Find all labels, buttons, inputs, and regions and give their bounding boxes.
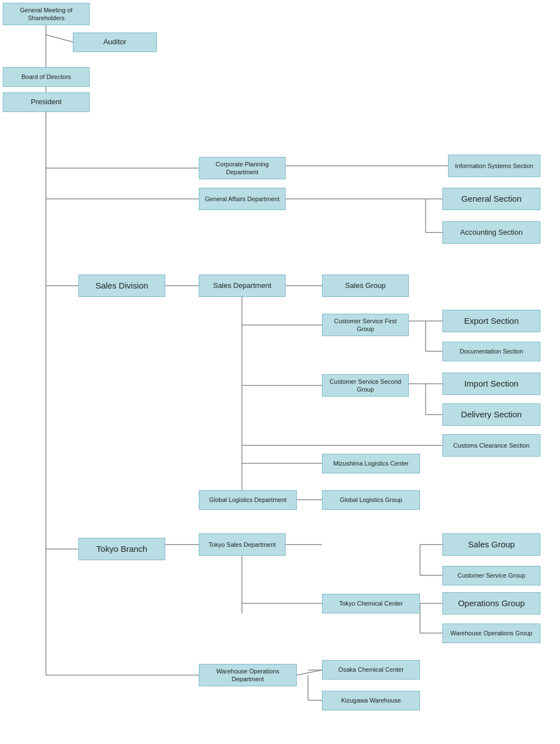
warehouse-ops-group-box: Warehouse Operations Group xyxy=(442,624,540,643)
svg-line-38 xyxy=(297,670,322,675)
president-box: President xyxy=(3,92,90,112)
global-logistics-group-box: Global Logistics Group xyxy=(322,490,420,510)
delivery-section-box: Delivery Section xyxy=(442,403,540,426)
cs-first-group-box: Customer Service First Group xyxy=(322,314,409,336)
documentation-section-box: Documentation Section xyxy=(442,342,540,361)
import-section-box: Import Section xyxy=(442,373,540,395)
warehouse-ops-dept-box: Warehouse Operations Department xyxy=(199,664,297,686)
tokyo-branch-box: Tokyo Branch xyxy=(78,538,165,560)
customs-clearance-box: Customs Clearance Section xyxy=(442,434,540,457)
org-chart: General Meeting of ShareholdersAuditorBo… xyxy=(0,0,560,744)
info-systems-box: Information Systems Section xyxy=(448,155,540,177)
auditor-box: Auditor xyxy=(73,32,157,52)
accounting-section-box: Accounting Section xyxy=(442,221,540,244)
global-logistics-dept-box: Global Logistics Department xyxy=(199,490,297,510)
general-section-box: General Section xyxy=(442,188,540,210)
operations-group-box: Operations Group xyxy=(442,592,540,615)
kizugawa-box: Kizugawa Warehouse xyxy=(322,691,420,710)
sales-department-box: Sales Department xyxy=(199,275,286,297)
cs-second-group-box: Customer Service Second Group xyxy=(322,374,409,397)
sales-division-box: Sales Division xyxy=(78,275,165,297)
corporate-planning-box: Corporate Planning Department xyxy=(199,157,286,179)
customer-service-group-box: Customer Service Group xyxy=(442,566,540,585)
export-section-box: Export Section xyxy=(442,310,540,332)
general-meeting-box: General Meeting of Shareholders xyxy=(3,3,90,25)
sales-group-box: Sales Group xyxy=(322,275,409,297)
tokyo-sales-group-box: Sales Group xyxy=(442,533,540,556)
tokyo-sales-dept-box: Tokyo Sales Department xyxy=(199,533,286,556)
osaka-chemical-box: Osaka Chemical Center xyxy=(322,660,420,680)
svg-line-1 xyxy=(46,35,73,42)
mizushima-box: Mizushima Logistics Center xyxy=(322,454,420,473)
general-affairs-box: General Affairs Department xyxy=(199,188,286,210)
board-box: Board of Directors xyxy=(3,67,90,87)
tokyo-chemical-box: Tokyo Chemical Center xyxy=(322,594,420,613)
